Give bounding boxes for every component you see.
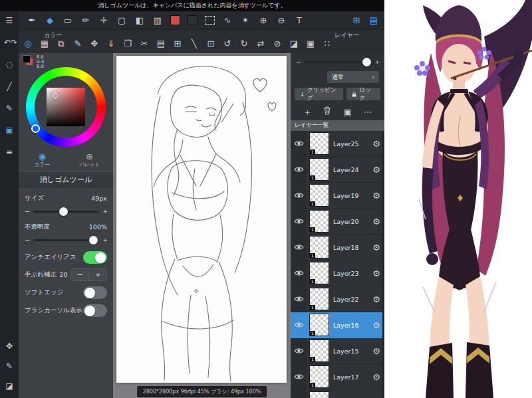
move-tool-icon[interactable]: ✛ — [98, 15, 109, 26]
grid-dots-icon[interactable]: ∷ — [322, 39, 332, 49]
layer-thumbnail[interactable]: 1 — [309, 340, 329, 362]
layer-opacity-slider[interactable] — [305, 61, 370, 63]
blend-mode-button[interactable]: 通常 › — [327, 71, 379, 83]
antialias-toggle[interactable] — [83, 251, 107, 264]
active-panel-icon[interactable]: ▣ — [4, 125, 15, 136]
lasso-tool-icon[interactable]: ∿ — [222, 15, 233, 26]
paste-icon[interactable]: ▤ — [156, 39, 166, 49]
opacity-plus-button[interactable]: ＋ — [102, 235, 107, 245]
save-icon[interactable]: ⇓ — [106, 39, 116, 49]
stylus-icon[interactable]: ✎ — [4, 361, 15, 371]
pan-hand-icon[interactable]: ✥ — [4, 341, 15, 351]
magic-wand-tool-icon[interactable]: ✶ — [240, 15, 251, 26]
current-color-swatch[interactable] — [170, 15, 180, 25]
layer-visibility-eye-icon[interactable] — [291, 157, 307, 182]
layer-row[interactable]: 1Layer18⚙ — [291, 235, 384, 260]
layer-thumbnail[interactable]: 1 — [309, 288, 329, 310]
layer-thumbnail[interactable]: 1 — [309, 184, 329, 207]
softedge-toggle[interactable] — [83, 286, 107, 299]
transform-tool-icon[interactable]: ▢ — [116, 15, 127, 26]
saturation-value-box[interactable] — [47, 88, 85, 126]
undo-redo-icon[interactable]: ↶↷ — [4, 37, 15, 48]
layer-visibility-eye-icon[interactable] — [291, 260, 307, 286]
stabilize-minus-button[interactable]: − — [71, 268, 89, 280]
layer-visibility-eye-icon[interactable] — [291, 312, 307, 338]
opacity-minus-button[interactable]: − — [25, 237, 30, 244]
layer-visibility-eye-icon[interactable] — [291, 338, 307, 363]
layer-thumbnail[interactable]: 1 — [309, 365, 329, 388]
layer-row[interactable]: 1Layer20⚙ — [291, 209, 384, 235]
layer-opacity-knob[interactable] — [362, 58, 371, 66]
layer-opacity-plus[interactable]: ＋ — [374, 57, 379, 66]
fg-bg-swatches[interactable] — [23, 55, 33, 66]
layer-thumbnail[interactable]: 1 — [309, 391, 329, 398]
sub-color-swatch[interactable] — [188, 15, 198, 25]
layer-row[interactable]: 1Layer17⚙ — [291, 364, 384, 390]
pencil-tool-icon[interactable]: ✏ — [80, 15, 91, 26]
lock-button[interactable]: ロック — [346, 88, 380, 100]
transparency-checker-icon[interactable]: ▦ — [39, 39, 50, 49]
layer-visibility-eye-icon[interactable] — [291, 131, 307, 156]
layer-row[interactable]: 1Layer24⚙ — [291, 157, 384, 183]
layer-opacity-minus[interactable]: − — [296, 58, 301, 66]
no-draw-icon[interactable]: ⊘ — [272, 39, 283, 49]
tab-palette[interactable]: ⊛ パレット — [66, 150, 113, 170]
layer-more-icon[interactable]: ⋯ — [362, 107, 373, 118]
hand-tool-icon[interactable]: ✥ — [89, 39, 100, 49]
layer-thumbnail[interactable]: 1 — [309, 210, 329, 233]
tile-icon[interactable]: ⊞ — [172, 39, 183, 49]
text-tool-icon[interactable]: T — [294, 15, 305, 26]
bucket-tool-icon[interactable]: ◧ — [134, 15, 145, 26]
brush-cursor-toggle[interactable] — [83, 304, 107, 317]
brush-panel-icon[interactable]: ✎ — [4, 103, 15, 114]
hue-cursor[interactable] — [31, 124, 40, 133]
circle-select-icon[interactable]: ◌ — [4, 59, 15, 70]
layer-thumbnail[interactable]: 1 — [309, 314, 329, 336]
size-plus-button[interactable]: ＋ — [102, 207, 107, 216]
menu-icon[interactable]: ☰ — [4, 15, 15, 26]
layer-thumbnail[interactable]: 1 — [309, 132, 329, 155]
marker-tool-icon[interactable]: ◆ — [45, 15, 55, 26]
size-slider[interactable] — [33, 211, 98, 213]
foreground-color-swatch[interactable] — [23, 55, 31, 63]
eraser-mode-icon[interactable]: ◪ — [4, 381, 15, 391]
layers-panel-icon[interactable]: ▤ — [368, 15, 379, 26]
layer-visibility-eye-icon[interactable] — [291, 209, 307, 234]
delete-layer-icon[interactable] — [322, 106, 332, 118]
layer-thumbnail[interactable]: 1 — [309, 236, 329, 258]
layer-visibility-eye-icon[interactable] — [291, 286, 307, 312]
image-icon[interactable]: ▣ — [305, 39, 316, 49]
layer-thumbnail[interactable]: 1 — [309, 262, 329, 284]
layer-row[interactable]: 1Layer14⚙ — [291, 390, 384, 398]
layer-row[interactable]: 1Layer15⚙ — [291, 338, 384, 364]
clipping-button[interactable]: ↓ クリッピング — [295, 88, 343, 100]
layer-visibility-eye-icon[interactable] — [291, 183, 307, 208]
layer-option-icon[interactable]: ▣ — [342, 107, 353, 118]
eyedropper-icon[interactable]: ✎ — [72, 39, 83, 49]
duplicate-icon[interactable]: ⧉ — [56, 39, 66, 49]
layer-thumbnail[interactable]: 1 — [309, 158, 329, 181]
diagonal-line-icon[interactable]: ╲ — [189, 39, 200, 49]
gradient-tool-icon[interactable]: ▥ — [152, 15, 163, 26]
size-minus-button[interactable]: − — [25, 208, 30, 215]
canvas[interactable] — [116, 56, 287, 383]
cut-icon[interactable]: ✂ — [139, 39, 150, 49]
zoom-out-icon[interactable]: ⊖ — [276, 15, 287, 26]
layer-row[interactable]: 1Layer23⚙ — [291, 260, 384, 286]
clear-icon[interactable]: ◪ — [289, 39, 299, 49]
layer-visibility-eye-icon[interactable] — [291, 364, 307, 389]
layer-row[interactable]: 1Layer22⚙ — [291, 286, 384, 312]
size-slider-knob[interactable] — [59, 207, 68, 216]
zoom-in-icon[interactable]: ⊕ — [258, 15, 269, 26]
tab-color[interactable]: ◉ カラー — [19, 150, 66, 170]
pen-tool-icon[interactable]: ✒ — [27, 15, 37, 26]
shape-tool-icon[interactable]: ▭ — [63, 15, 73, 26]
sv-cursor[interactable] — [52, 92, 59, 99]
layer-row[interactable]: 1Layer25⚙ — [291, 131, 384, 157]
select-rect-tool-icon[interactable] — [205, 16, 215, 25]
stabilize-plus-button[interactable]: ＋ — [89, 268, 106, 280]
copy-icon[interactable]: ❐ — [122, 39, 133, 49]
flip-horizontal-icon[interactable]: ⇄ — [255, 39, 266, 49]
layer-visibility-eye-icon[interactable] — [291, 390, 307, 398]
rotate-right-icon[interactable]: ↻ — [239, 39, 249, 49]
